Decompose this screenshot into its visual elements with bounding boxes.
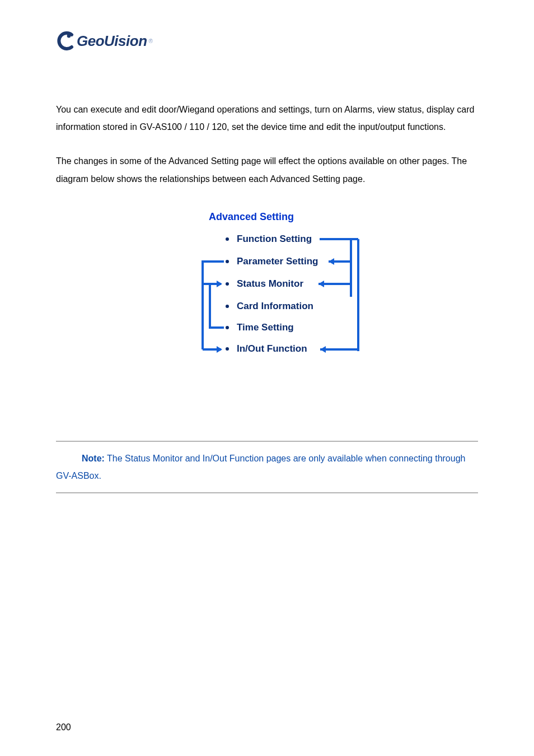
- divider: [56, 441, 478, 442]
- document-page: GeoUision ® You can execute and edit doo…: [0, 0, 534, 756]
- bullet-icon: [226, 282, 229, 286]
- svg-marker-5: [217, 346, 222, 353]
- diagram-item-label: Function Setting: [237, 234, 312, 245]
- svg-marker-3: [320, 346, 326, 353]
- diagram-item-label: Card Information: [237, 301, 313, 312]
- paragraph-2: The changes in some of the Advanced Sett…: [56, 152, 478, 187]
- bullet-icon: [226, 305, 229, 308]
- diagram-item-function-setting: Function Setting: [226, 234, 312, 245]
- svg-marker-4: [217, 281, 222, 287]
- svg-marker-2: [318, 281, 324, 287]
- trademark-icon: ®: [149, 38, 153, 44]
- bullet-icon: [226, 237, 229, 241]
- logo-text: GeoUision: [77, 32, 147, 50]
- diagram-container: Advanced Setting Function Setting Parame…: [56, 211, 478, 374]
- diagram-item-parameter-setting: Parameter Setting: [226, 256, 318, 267]
- logo-c-icon: [56, 31, 75, 50]
- logo-icon: [56, 31, 75, 50]
- diagram-item-time-setting: Time Setting: [226, 322, 294, 333]
- paragraph-1: You can execute and edit door/Wiegand op…: [56, 101, 478, 136]
- diagram-item-label: In/Out Function: [237, 343, 307, 354]
- note-body: The Status Monitor and In/Out Function p…: [56, 454, 465, 480]
- diagram-item-label: Status Monitor: [237, 278, 303, 290]
- advanced-setting-diagram: Advanced Setting Function Setting Parame…: [155, 211, 379, 374]
- bullet-icon: [226, 326, 229, 329]
- diagram-item-label: Time Setting: [237, 322, 294, 333]
- diagram-title: Advanced Setting: [209, 211, 294, 223]
- brand-logo: GeoUision ®: [56, 31, 478, 50]
- note-label: Note:: [82, 454, 105, 463]
- diagram-item-status-monitor: Status Monitor: [226, 278, 303, 290]
- page-number: 200: [56, 722, 71, 732]
- bullet-icon: [226, 260, 229, 263]
- note-text: Note: The Status Monitor and In/Out Func…: [56, 450, 478, 484]
- diagram-item-card-information: Card Information: [226, 301, 313, 312]
- diagram-item-label: Parameter Setting: [237, 256, 318, 267]
- svg-marker-1: [329, 258, 334, 265]
- divider: [56, 492, 478, 493]
- svg-point-0: [67, 34, 71, 38]
- bullet-icon: [226, 347, 229, 351]
- diagram-item-in-out-function: In/Out Function: [226, 343, 307, 354]
